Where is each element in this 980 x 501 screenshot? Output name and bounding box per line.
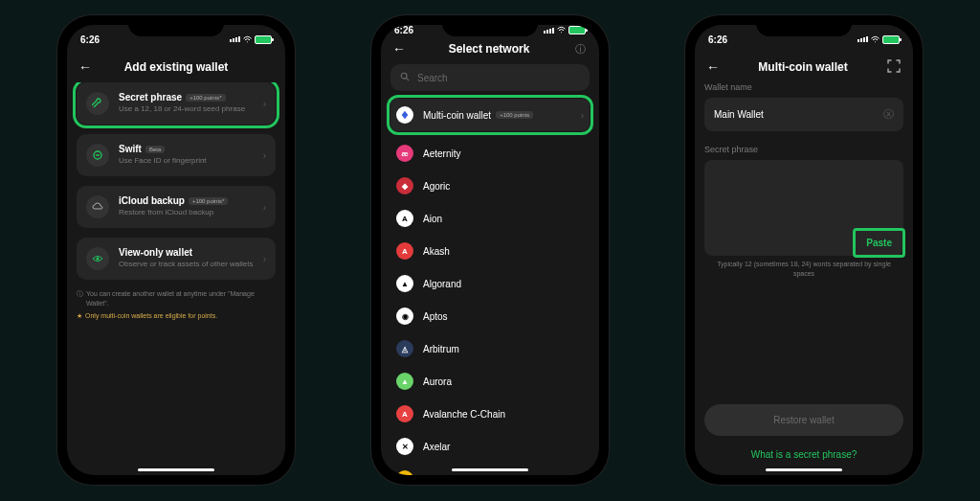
restore-button[interactable]: Restore wallet — [704, 404, 903, 436]
home-indicator[interactable] — [452, 468, 528, 471]
info-icon: ⓘ — [77, 289, 83, 308]
signal-icon — [544, 28, 554, 34]
network-icon: ◆ — [396, 177, 413, 194]
points-badge: +100 points* — [189, 197, 229, 205]
network-icon: ◆ — [396, 470, 413, 475]
battery-icon — [882, 35, 900, 44]
phone-frame-3: 6:26 ← Multi-coin wallet Wallet name Mai… — [685, 15, 923, 485]
option-title: Swift — [119, 144, 142, 154]
network-name: Aptos — [423, 311, 584, 322]
option-sub: Observe or track assets of other wallets — [119, 260, 254, 269]
network-icon: A — [396, 405, 413, 422]
network-icon: ✕ — [396, 438, 413, 455]
network-row[interactable]: A Akash — [390, 235, 590, 267]
chevron-right-icon: › — [263, 202, 266, 213]
screen-import-wallet: 6:26 ← Multi-coin wallet Wallet name Mai… — [695, 25, 913, 475]
wifi-icon — [243, 35, 252, 44]
network-row[interactable]: ▲ Algorand — [390, 267, 590, 300]
option-viewonly[interactable]: View-only wallet Observe or track assets… — [77, 238, 276, 280]
paste-button[interactable]: Paste — [855, 230, 903, 256]
points-badge: +100 points — [496, 111, 533, 119]
option-swift[interactable]: SwiftBeta Use Face ID or fingerprint › — [77, 134, 276, 176]
scan-qr-icon[interactable] — [886, 59, 902, 75]
network-row[interactable]: A Avalanche C-Chain — [390, 398, 590, 430]
option-title: iCloud backup — [119, 195, 185, 206]
network-name: Avalanche C-Chain — [423, 409, 584, 420]
beta-badge: Beta — [145, 146, 165, 153]
network-name: Axelar — [423, 442, 584, 452]
multi-coin-icon — [396, 106, 413, 124]
star-icon: ★ — [77, 312, 82, 320]
home-indicator[interactable] — [138, 468, 214, 471]
search-input[interactable]: Search — [390, 64, 590, 91]
network-name: Algorand — [423, 279, 584, 289]
phrase-label: Secret phrase — [704, 145, 903, 154]
eye-icon — [86, 247, 109, 270]
network-name: Aeternity — [423, 148, 584, 159]
notch — [442, 15, 538, 36]
option-sub: Use a 12, 18 or 24-word seed phrase — [119, 104, 254, 114]
battery-icon — [255, 35, 272, 44]
svg-point-2 — [401, 73, 407, 79]
network-row[interactable]: ◉ Aptos — [390, 300, 590, 332]
svg-line-3 — [407, 79, 410, 81]
status-time: 6:26 — [394, 25, 413, 35]
cloud-icon — [86, 195, 109, 218]
search-placeholder: Search — [417, 73, 448, 83]
phrase-input[interactable]: Paste — [704, 160, 903, 256]
points-note: ★Only multi-coin wallets are eligible fo… — [77, 312, 276, 320]
network-row[interactable]: ◆ Agoric — [390, 170, 590, 202]
back-button[interactable]: ← — [78, 59, 92, 75]
back-button[interactable]: ← — [706, 59, 720, 75]
page-title: Multi-coin wallet — [727, 60, 879, 74]
phone-frame-2: 6:26 ← Select network ⓘ Search Multi-coi… — [371, 15, 609, 485]
nav-header: ← Select network ⓘ — [381, 35, 599, 64]
key-icon — [86, 92, 109, 115]
back-button[interactable]: ← — [392, 41, 406, 57]
network-multi-coin[interactable]: Multi-coin wallet+100 points › — [390, 99, 590, 131]
option-sub: Use Face ID or fingerprint — [119, 156, 254, 166]
wallet-name-label: Wallet name — [704, 82, 903, 92]
option-icloud[interactable]: iCloud backup+100 points* Restore from i… — [77, 186, 276, 228]
network-row[interactable]: ✕ Axelar — [390, 430, 590, 463]
network-row[interactable]: ▲ Aurora — [390, 365, 590, 398]
status-icons — [230, 35, 272, 44]
what-is-phrase-link[interactable]: What is a secret phrase? — [704, 449, 903, 460]
points-badge: +100 points* — [186, 94, 226, 102]
wallet-name-input[interactable]: Main Wallet ⓧ — [704, 98, 903, 131]
network-icon: A — [396, 242, 413, 260]
page-title: Select network — [413, 42, 565, 56]
option-secret-phrase[interactable]: Secret phrase+100 points* Use a 12, 18 o… — [77, 82, 276, 125]
wallet-name-value: Main Wallet — [714, 109, 764, 120]
chevron-right-icon: › — [263, 150, 266, 161]
network-name: Agoric — [423, 181, 584, 192]
info-icon[interactable]: ⓘ — [572, 42, 588, 57]
network-name: Aion — [423, 214, 584, 224]
clear-icon[interactable]: ⓧ — [883, 107, 894, 122]
chevron-right-icon: › — [263, 254, 266, 264]
status-time: 6:26 — [708, 34, 727, 45]
phone-frame-1: 6:26 ← Add existing wallet Secret phrase… — [57, 15, 295, 485]
network-icon: æ — [396, 145, 413, 162]
screen-add-wallet: 6:26 ← Add existing wallet Secret phrase… — [67, 25, 285, 475]
option-title: View-only wallet — [119, 247, 192, 258]
wifi-icon — [871, 35, 880, 44]
network-name: Multi-coin wallet — [423, 110, 491, 121]
battery-icon — [568, 26, 586, 34]
network-icon: ▲ — [396, 373, 413, 390]
network-row[interactable]: A Aion — [390, 202, 590, 235]
chevron-right-icon: › — [263, 99, 266, 109]
page-title: Add existing wallet — [100, 60, 253, 74]
option-title: Secret phrase — [119, 92, 182, 102]
home-indicator[interactable] — [766, 468, 842, 471]
network-row[interactable]: æ Aeternity — [390, 137, 590, 170]
status-icons — [858, 35, 900, 44]
wifi-icon — [557, 26, 566, 34]
network-row[interactable]: ◬ Arbitrum — [390, 332, 590, 365]
chevron-right-icon: › — [581, 110, 584, 121]
network-icon: ▲ — [396, 275, 413, 292]
signal-icon — [230, 36, 240, 42]
swift-icon — [86, 144, 109, 167]
nav-header: ← Multi-coin wallet — [695, 54, 913, 82]
option-sub: Restore from iCloud backup — [119, 208, 254, 217]
